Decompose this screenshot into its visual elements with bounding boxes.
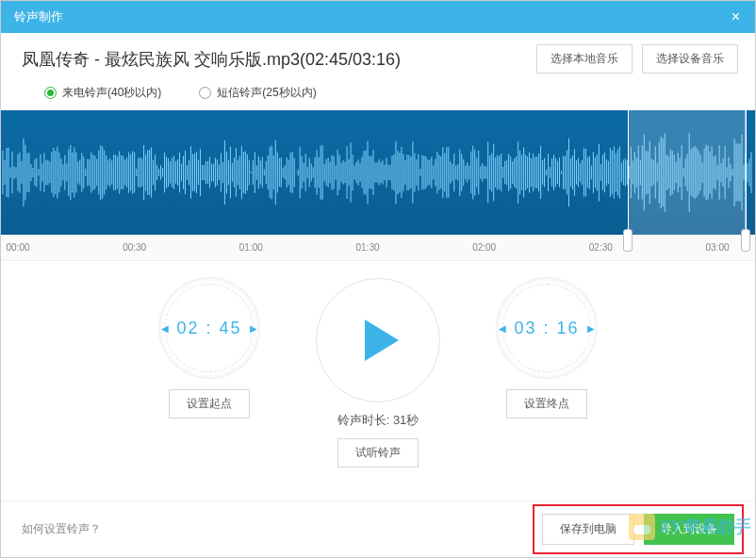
- footer: 如何设置铃声？ 保存到电脑 导入到设备: [1, 501, 755, 557]
- set-start-button[interactable]: 设置起点: [169, 389, 250, 418]
- play-icon: [365, 320, 399, 361]
- ruler-tick: 03:00: [705, 242, 729, 253]
- radio-dot-icon: [44, 87, 57, 99]
- play-column: 铃声时长: 31秒 试听铃声: [316, 278, 440, 468]
- radio-incoming-label: 来电铃声(40秒以内): [62, 85, 161, 101]
- radio-sms-label: 短信铃声(25秒以内): [217, 85, 316, 101]
- ruler-tick: 02:00: [472, 242, 496, 253]
- set-end-button[interactable]: 设置终点: [506, 389, 587, 418]
- header: 凤凰传奇 - 最炫民族风 交响乐版.mp3(02:45/03:16) 选择本地音…: [1, 33, 755, 81]
- duration-label: 铃声时长: 31秒: [337, 412, 419, 429]
- file-title: 凤凰传奇 - 最炫民族风 交响乐版.mp3(02:45/03:16): [22, 48, 401, 71]
- select-local-music-button[interactable]: 选择本地音乐: [536, 44, 633, 74]
- play-button[interactable]: [316, 278, 440, 402]
- help-link[interactable]: 如何设置铃声？: [22, 521, 101, 537]
- ruler-tick: 02:30: [589, 242, 613, 253]
- end-handle[interactable]: [741, 229, 750, 252]
- start-handle[interactable]: [623, 229, 633, 252]
- highlight-box: [533, 504, 744, 554]
- preview-button[interactable]: 试听铃声: [337, 438, 419, 468]
- waveform[interactable]: [1, 110, 755, 235]
- close-icon[interactable]: ×: [726, 8, 746, 25]
- ruler-tick: 01:30: [355, 242, 379, 253]
- select-device-music-button[interactable]: 选择设备音乐: [642, 44, 738, 74]
- window-title: 铃声制作: [14, 8, 63, 25]
- controls-row: ◀▶ 02 : 45 设置起点 铃声时长: 31秒 试听铃声 ◀▶ 03 : 1…: [1, 261, 755, 475]
- radio-sms[interactable]: 短信铃声(25秒以内): [199, 85, 316, 101]
- time-ruler: 00:0000:3001:0001:3002:0002:3003:00: [1, 235, 755, 261]
- footer-buttons: 保存到电脑 导入到设备: [542, 514, 734, 545]
- ruler-tick: 01:00: [239, 242, 263, 253]
- dial-ring-icon: [502, 284, 591, 372]
- end-dial-column: ◀▶ 03 : 16 设置终点: [497, 278, 597, 418]
- selection-overlay: [628, 110, 746, 235]
- header-buttons: 选择本地音乐 选择设备音乐: [536, 44, 738, 74]
- start-dial-column: ◀▶ 02 : 45 设置起点: [159, 278, 259, 418]
- title-bar: 铃声制作 ×: [1, 1, 755, 33]
- ringtone-type-radios: 来电铃声(40秒以内) 短信铃声(25秒以内): [1, 81, 755, 110]
- ruler-tick: 00:30: [123, 242, 146, 253]
- radio-dot-icon: [199, 87, 211, 99]
- end-time-dial[interactable]: ◀▶ 03 : 16: [497, 278, 597, 378]
- start-time-dial[interactable]: ◀▶ 02 : 45: [159, 278, 259, 378]
- radio-incoming[interactable]: 来电铃声(40秒以内): [44, 85, 161, 101]
- dial-ring-icon: [165, 284, 254, 372]
- ruler-tick: 00:00: [6, 242, 29, 253]
